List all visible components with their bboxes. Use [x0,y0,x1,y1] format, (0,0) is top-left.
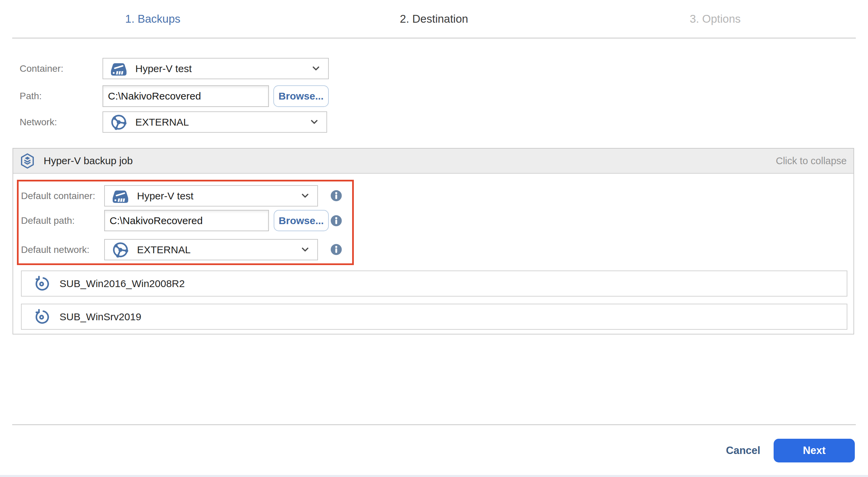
path-label: Path: [20,85,42,107]
default-network-value: EXTERNAL [137,244,190,256]
chevron-down-icon [302,194,309,198]
container-label: Container: [20,58,63,79]
next-button[interactable]: Next [774,439,855,462]
steps-divider [12,38,856,39]
default-container-dropdown[interactable]: Hyper-V test [104,185,318,207]
default-path-browse-button[interactable]: Browse... [274,210,329,231]
network-label: Network: [20,111,57,133]
restore-arrow-icon [34,309,49,325]
bottom-edge-line [0,475,868,477]
job-panel-title: Hyper-V backup job [44,155,133,167]
backup-item-name: SUB_Win2016_Win2008R2 [60,278,185,289]
hyperv-host-icon [111,61,127,77]
restore-arrow-icon [34,276,49,291]
collapse-hint: Click to collapse [776,155,847,167]
default-container-label: Default container: [21,185,95,207]
default-path-label: Default path: [21,210,75,231]
backup-item-row[interactable]: SUB_Win2016_Win2008R2 [21,270,847,297]
network-globe-icon [113,242,128,258]
cancel-button[interactable]: Cancel [726,439,760,462]
default-network-label: Default network: [21,239,89,260]
hyperv-host-icon [113,188,128,204]
info-icon[interactable] [330,190,342,201]
chevron-down-icon [311,120,318,124]
job-panel-header[interactable]: Hyper-V backup job Click to collapse [13,149,853,174]
step-destination[interactable]: 2. Destination [293,0,574,38]
destination-step-page: 1. Backups 2. Destination 3. Options Con… [0,0,868,477]
network-value: EXTERNAL [135,116,189,128]
network-globe-icon [111,114,127,130]
chevron-down-icon [302,247,309,252]
default-network-dropdown[interactable]: EXTERNAL [104,239,318,260]
container-dropdown[interactable]: Hyper-V test [102,58,329,79]
backup-item-name: SUB_WinSrv2019 [60,311,141,323]
step-options: 3. Options [575,0,856,38]
default-path-input[interactable] [104,210,269,231]
default-container-value: Hyper-V test [137,190,193,202]
backup-item-row[interactable]: SUB_WinSrv2019 [21,304,847,330]
path-browse-button[interactable]: Browse... [273,85,329,107]
network-dropdown[interactable]: EXTERNAL [102,111,327,133]
backup-job-stack-icon [20,153,35,169]
info-icon[interactable] [330,244,342,255]
wizard-steps: 1. Backups 2. Destination 3. Options [0,0,868,38]
step-backups[interactable]: 1. Backups [12,0,293,38]
footer-divider [12,424,856,425]
chevron-down-icon [313,66,319,71]
container-value: Hyper-V test [135,63,192,74]
path-input[interactable] [102,85,269,107]
info-icon[interactable] [330,215,342,226]
job-panel: Hyper-V backup job Click to collapse Def… [13,148,854,334]
